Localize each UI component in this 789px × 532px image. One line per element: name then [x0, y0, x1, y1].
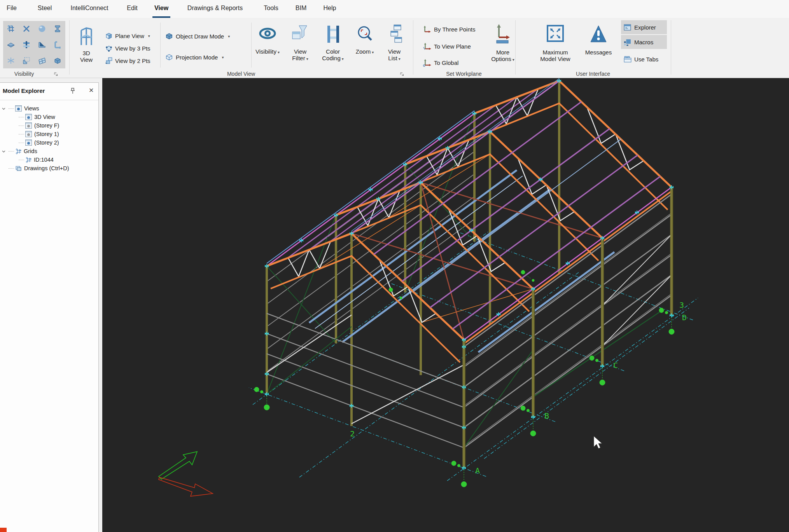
projection-mode-button[interactable]: Projection Mode	[165, 53, 224, 61]
command-line-indicator	[0, 528, 7, 532]
grid-label-a: A	[475, 466, 480, 475]
delete-x-icon[interactable]	[22, 24, 31, 33]
grid-axes-icon[interactable]	[6, 24, 16, 33]
grid-label-c: C	[613, 361, 618, 370]
macros-toggle-button[interactable]: Macros	[621, 35, 667, 49]
joint-icon[interactable]	[22, 40, 31, 49]
ucs-axes-icon	[159, 452, 213, 496]
grid-icon	[15, 148, 21, 154]
model-canvas[interactable]: 2 A B C D 3	[102, 78, 789, 532]
menu-tools[interactable]: Tools	[264, 5, 278, 12]
tree-item-drawings[interactable]: Drawings (Ctrl+D)	[0, 164, 98, 173]
plane-view-button[interactable]: Plane View	[105, 32, 150, 40]
left-dock-area: Model Explorer ✕ Views 3D View (Storey F…	[0, 78, 102, 532]
model-explorer-panel: Model Explorer ✕ Views 3D View (Storey F…	[0, 82, 99, 532]
snap-markers	[265, 79, 674, 470]
panel-title: Model Explorer	[3, 87, 45, 94]
cube-icon[interactable]	[53, 56, 62, 65]
group-label-user-interface: User Interface	[576, 71, 610, 77]
group-label-set-workplane: Set Workplane	[446, 71, 482, 77]
menu-bar: File Steel IntelliConnect Edit View Draw…	[0, 0, 789, 18]
explorer-toggle-button[interactable]: Explorer	[621, 20, 667, 34]
panels-icon[interactable]	[37, 56, 47, 65]
channel-icon[interactable]	[53, 40, 62, 49]
inner-separator	[160, 23, 161, 68]
angle-icon[interactable]	[37, 40, 47, 49]
view-filter-button[interactable]: View Filter	[284, 21, 317, 62]
plane-view-icon	[105, 32, 113, 40]
tree-item-grids[interactable]: Grids	[0, 147, 98, 155]
view-list-button[interactable]: View List	[378, 21, 411, 62]
model-viewport[interactable]: 2 A B C D 3	[102, 78, 789, 532]
maximum-model-view-button[interactable]: Maximum Model View	[537, 21, 574, 62]
3d-view-button[interactable]: 3D View	[70, 21, 103, 63]
explorer-icon	[623, 23, 632, 31]
visibility-dialog-launcher-icon[interactable]	[54, 72, 58, 77]
tree-item-id-1044[interactable]: ID:1044	[0, 155, 98, 164]
use-tabs-icon	[623, 55, 632, 63]
group-separator	[671, 20, 671, 75]
zoom-icon	[356, 23, 374, 46]
group-separator	[515, 20, 516, 75]
menu-steel[interactable]: Steel	[38, 5, 52, 12]
3d-view-icon	[77, 23, 95, 47]
i-beam-icon[interactable]	[53, 24, 62, 33]
tree-item-storey-1[interactable]: (Storey 1)	[0, 130, 98, 138]
menu-bim[interactable]: BIM	[296, 5, 306, 12]
workplane-axes-icon	[423, 58, 432, 67]
ridge-posts	[352, 81, 559, 426]
ribbon: Visibility 3D View Plane View View by 3 …	[0, 18, 789, 78]
model-explorer-tree: Views 3D View (Storey F) (Storey 1) (Sto…	[0, 100, 98, 173]
axes-cross-icon[interactable]	[6, 56, 16, 65]
to-view-plane-button[interactable]: To View Plane	[423, 42, 471, 51]
tree-item-views[interactable]: Views	[0, 104, 98, 113]
group-label-visibility: Visibility	[14, 71, 34, 77]
sphere-icon[interactable]	[37, 24, 47, 33]
color-coding-button[interactable]: Color Coding	[317, 21, 349, 62]
pin-icon[interactable]	[70, 87, 75, 94]
panel-title-bar[interactable]: Model Explorer ✕	[0, 83, 98, 100]
chevron-down-icon[interactable]	[2, 150, 5, 153]
view-by-2-pts-button[interactable]: View by 2 Pts	[105, 57, 150, 65]
chevron-down-icon[interactable]	[2, 107, 5, 110]
use-tabs-toggle-button[interactable]: Use Tabs	[621, 52, 667, 66]
roof-left-purlins	[288, 89, 538, 258]
workplane-axes-icon	[423, 42, 432, 51]
projection-mode-icon	[165, 53, 173, 61]
close-icon[interactable]: ✕	[89, 87, 94, 94]
right-wall-girt-highlights	[464, 213, 672, 446]
group-separator	[413, 20, 413, 75]
grid-lines	[249, 231, 698, 481]
to-global-button[interactable]: To Global	[423, 58, 458, 67]
zoom-button[interactable]: Zoom	[348, 21, 381, 56]
workplane-axes-icon	[423, 25, 432, 33]
tree-item-storey-f[interactable]: (Storey F)	[0, 121, 98, 130]
maximize-arrows-icon	[546, 23, 565, 47]
view-by-3-pts-button[interactable]: View by 3 Pts	[105, 44, 150, 52]
menu-drawings-reports[interactable]: Drawings & Reports	[187, 5, 243, 12]
roof-right-blue-beam	[413, 139, 621, 292]
menu-view[interactable]: View	[154, 5, 168, 12]
menu-intelliconnect[interactable]: IntelliConnect	[71, 5, 108, 12]
eye-icon	[259, 23, 276, 46]
by-three-points-button[interactable]: By Three Points	[423, 25, 475, 33]
macros-icon	[623, 38, 632, 46]
plate-icon[interactable]	[6, 40, 16, 49]
menu-help[interactable]: Help	[324, 5, 336, 12]
messages-button[interactable]: Messages	[580, 21, 617, 56]
menu-edit[interactable]: Edit	[127, 5, 138, 12]
menu-file[interactable]: File	[7, 5, 17, 12]
tree-item-storey-2[interactable]: (Storey 2)	[0, 138, 98, 147]
group-label-model-view: Model View	[227, 71, 255, 77]
model-view-dialog-launcher-icon[interactable]	[400, 72, 404, 77]
grid-icon	[25, 157, 31, 163]
visibility-button[interactable]: Visibility	[251, 21, 284, 56]
right-eave-strut	[464, 191, 672, 344]
view-by-2-pts-icon	[105, 57, 113, 65]
tree-item-3d-view[interactable]: 3D View	[0, 113, 98, 121]
object-draw-mode-button[interactable]: Object Draw Mode	[165, 32, 230, 40]
ridge-blue	[352, 78, 559, 231]
visibility-icon-grid	[3, 21, 65, 68]
grid-label-3: 3	[679, 301, 684, 310]
contour-icon[interactable]	[22, 56, 31, 65]
